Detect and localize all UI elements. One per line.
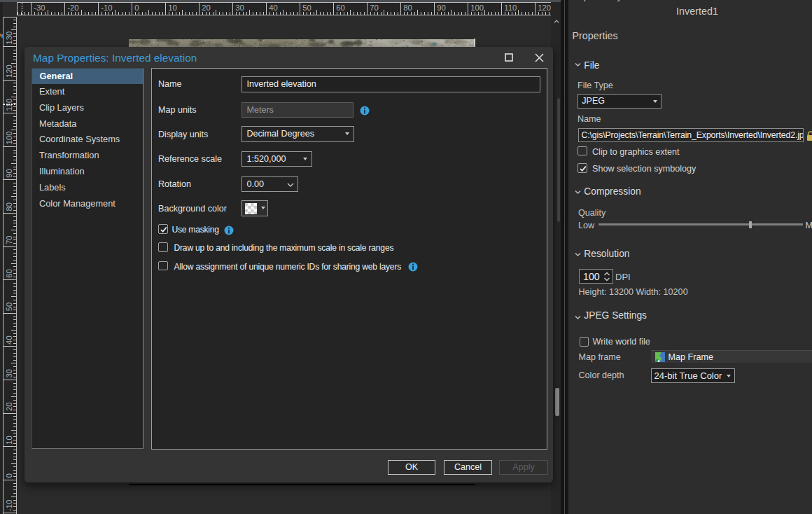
svg-text:-10: -10 [101, 4, 112, 12]
svg-text:90: 90 [5, 169, 13, 178]
svg-text:110: 110 [5, 99, 13, 111]
svg-text:60: 60 [5, 269, 13, 278]
svg-text:130: 130 [5, 32, 13, 45]
svg-text:10: 10 [168, 4, 177, 12]
svg-text:80: 80 [403, 4, 412, 12]
svg-text:20: 20 [202, 4, 211, 12]
svg-text:50: 50 [302, 4, 312, 12]
svg-text:60: 60 [336, 4, 345, 12]
svg-text:-20: -20 [67, 4, 78, 12]
svg-text:50: 50 [5, 303, 13, 312]
svg-text:100: 100 [470, 4, 484, 12]
svg-text:100: 100 [5, 131, 13, 144]
svg-text:30: 30 [235, 4, 244, 12]
svg-text:0: 0 [134, 4, 139, 12]
svg-text:40: 40 [5, 335, 13, 345]
svg-text:20: 20 [5, 403, 13, 412]
svg-text:110: 110 [504, 4, 517, 12]
svg-text:120: 120 [5, 64, 13, 78]
svg-text:-10: -10 [5, 500, 13, 511]
svg-text:-30: -30 [34, 4, 45, 12]
svg-text:70: 70 [370, 4, 379, 12]
svg-text:30: 30 [5, 369, 13, 378]
svg-text:120: 120 [538, 4, 551, 12]
svg-text:80: 80 [5, 202, 13, 211]
svg-text:70: 70 [5, 236, 13, 245]
svg-text:0: 0 [5, 473, 13, 478]
svg-text:90: 90 [437, 4, 446, 12]
svg-text:10: 10 [5, 436, 13, 445]
svg-text:40: 40 [269, 4, 278, 12]
